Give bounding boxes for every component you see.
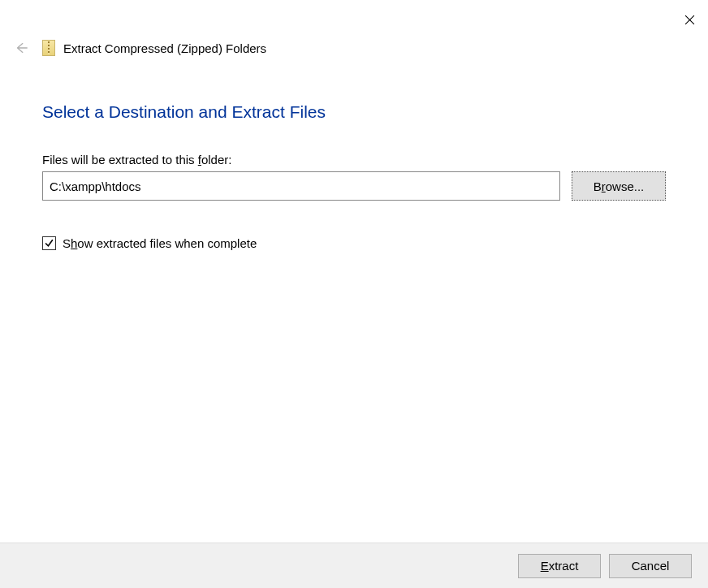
close-button[interactable] — [671, 6, 708, 32]
checkmark-icon — [44, 238, 54, 249]
content-area: Select a Destination and Extract Files F… — [0, 60, 708, 250]
show-files-checkbox[interactable] — [42, 236, 56, 250]
footer-bar: Extract Cancel — [0, 543, 708, 588]
titlebar — [0, 0, 708, 39]
cancel-button[interactable]: Cancel — [609, 554, 692, 578]
close-icon — [684, 15, 695, 25]
folder-label: Files will be extracted to this folder: — [42, 153, 666, 166]
back-button[interactable] — [10, 37, 32, 59]
window-title: Extract Compressed (Zipped) Folders — [63, 41, 266, 55]
show-files-label[interactable]: Show extracted files when complete — [63, 236, 257, 250]
browse-button[interactable]: Browse... — [572, 171, 666, 201]
back-arrow-icon — [14, 41, 28, 55]
extract-button[interactable]: Extract — [518, 554, 601, 578]
header-row: Extract Compressed (Zipped) Folders — [0, 36, 708, 60]
show-files-checkbox-row: Show extracted files when complete — [42, 236, 666, 250]
path-row: Browse... — [42, 171, 666, 201]
page-heading: Select a Destination and Extract Files — [42, 102, 666, 122]
destination-path-input[interactable] — [42, 171, 560, 201]
zip-folder-icon — [42, 40, 55, 56]
